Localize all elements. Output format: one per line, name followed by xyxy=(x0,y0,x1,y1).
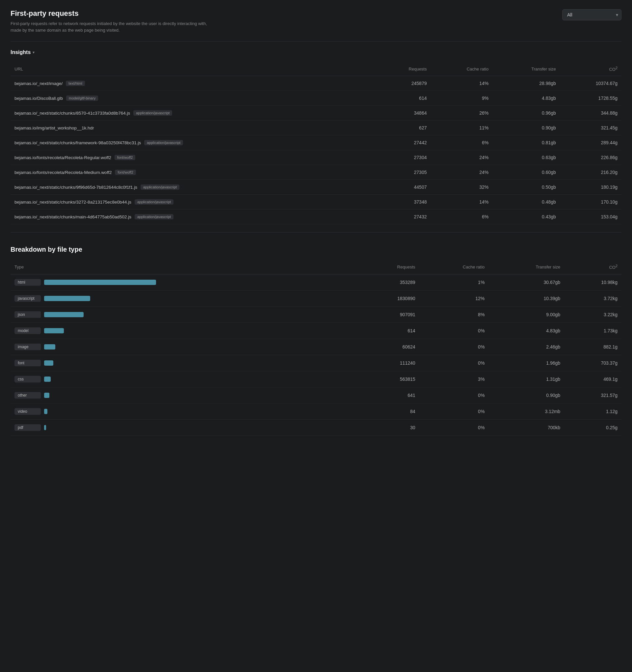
bar-container xyxy=(44,360,53,366)
content-type-badge: font/woff2 xyxy=(115,170,136,175)
cache-ratio-cell: 24% xyxy=(431,150,492,165)
divider-2 xyxy=(10,232,622,233)
cache-ratio-cell: 32% xyxy=(431,180,492,195)
bar-fill xyxy=(44,296,90,301)
breakdown-table-row: javascript 183089012%10.39gb3.72kg xyxy=(10,290,622,306)
breakdown-col-co2: CO2 xyxy=(564,261,622,274)
requests-cell: 245879 xyxy=(377,76,431,91)
transfer-size-cell: 0.43gb xyxy=(492,210,560,224)
breakdown-size-cell: 30.67gb xyxy=(488,274,564,290)
breakdown-requests-cell: 84 xyxy=(359,403,419,419)
table-row: bejamas.io/_next/static/chunks/9f96d65d-… xyxy=(10,180,622,195)
type-label: pdf xyxy=(15,424,41,431)
transfer-size-cell: 4.83gb xyxy=(492,91,560,106)
url-text: bejamas.io/_next/static/chunks/8570-41c3… xyxy=(15,111,130,116)
breakdown-cache-cell: 0% xyxy=(419,403,489,419)
breakdown-col-type: Type xyxy=(10,261,359,274)
bar-fill xyxy=(44,377,51,382)
breakdown-size-cell: 2.46gb xyxy=(488,339,564,355)
type-label: image xyxy=(15,343,41,350)
bar-fill xyxy=(44,409,47,414)
breakdown-col-requests: Requests xyxy=(359,261,419,274)
transfer-size-cell: 0.81gb xyxy=(492,136,560,150)
page-title: First-party requests xyxy=(10,9,208,18)
bar-fill xyxy=(44,425,46,430)
filter-select[interactable]: All HTML JavaScript JSON Model Image Fon… xyxy=(562,9,622,20)
url-text: bejamas.io/fonts/recoleta/Recoleta-Mediu… xyxy=(15,170,111,175)
breakdown-col-transfer-size: Transfer size xyxy=(488,261,564,274)
breakdown-cache-cell: 0% xyxy=(419,419,489,435)
breakdown-co2-cell: 469.1g xyxy=(564,371,622,387)
breakdown-size-cell: 10.39gb xyxy=(488,290,564,306)
breakdown-table-row: html 3532891%30.67gb10.98kg xyxy=(10,274,622,290)
breakdown-size-cell: 9.00gb xyxy=(488,306,564,322)
breakdown-requests-cell: 907091 xyxy=(359,306,419,322)
breakdown-requests-cell: 641 xyxy=(359,387,419,403)
col-url: URL xyxy=(10,63,377,76)
bar-fill xyxy=(44,328,64,333)
co2-cell: 226.86g xyxy=(560,150,622,165)
transfer-size-cell: 28.98gb xyxy=(492,76,560,91)
co2-cell: 1728.55g xyxy=(560,91,622,106)
chevron-down-icon: ▾ xyxy=(32,50,34,55)
content-type-badge: model/gltf-binary xyxy=(66,96,98,101)
content-type-badge: application/javascript xyxy=(135,199,174,205)
breakdown-co2-cell: 882.1g xyxy=(564,339,622,355)
url-text: bejamas.io/_next/image/ xyxy=(15,81,62,86)
insights-header[interactable]: Insights ▾ xyxy=(10,49,622,55)
cache-ratio-cell: 26% xyxy=(431,106,492,121)
transfer-size-cell: 0.60gb xyxy=(492,165,560,180)
table-row: bejamas.io/fonts/recoleta/Recoleta-Mediu… xyxy=(10,165,622,180)
bar-container xyxy=(44,393,49,398)
breakdown-cache-cell: 0% xyxy=(419,339,489,355)
breakdown-requests-cell: 563815 xyxy=(359,371,419,387)
breakdown-size-cell: 4.83gb xyxy=(488,322,564,339)
breakdown-cache-cell: 0% xyxy=(419,322,489,339)
table-row: bejamas.io/img/artist_workshop__1k.hdr 6… xyxy=(10,121,622,136)
bar-container xyxy=(44,377,51,382)
bar-container xyxy=(44,280,156,285)
transfer-size-cell: 0.48gb xyxy=(492,195,560,210)
breakdown-co2-cell: 10.98kg xyxy=(564,274,622,290)
breakdown-cache-cell: 0% xyxy=(419,355,489,371)
requests-cell: 37348 xyxy=(377,195,431,210)
bar-fill xyxy=(44,393,49,398)
type-label: other xyxy=(15,392,41,399)
header-left: First-party requests First-party request… xyxy=(10,9,208,33)
type-label: font xyxy=(15,360,41,366)
co2-cell: 153.04g xyxy=(560,210,622,224)
requests-cell: 627 xyxy=(377,121,431,136)
divider-1 xyxy=(10,41,622,42)
cache-ratio-cell: 24% xyxy=(431,165,492,180)
requests-cell: 614 xyxy=(377,91,431,106)
breakdown-table-row: json 9070918%9.00gb3.22kg xyxy=(10,306,622,322)
breakdown-co2-cell: 703.37g xyxy=(564,355,622,371)
table-row: bejamas.io/_next/static/chunks/3272-8a21… xyxy=(10,195,622,210)
page-description: First-party requests refer to network re… xyxy=(10,20,208,33)
breakdown-requests-cell: 111240 xyxy=(359,355,419,371)
requests-cell: 27442 xyxy=(377,136,431,150)
table-row: bejamas.io/_next/static/chunks/framework… xyxy=(10,136,622,150)
breakdown-size-cell: 700kb xyxy=(488,419,564,435)
co2-cell: 321.45g xyxy=(560,121,622,136)
url-text: bejamas.io/_next/static/chunks/3272-8a21… xyxy=(15,200,131,205)
breakdown-requests-cell: 353289 xyxy=(359,274,419,290)
breakdown-cache-cell: 12% xyxy=(419,290,489,306)
type-label: video xyxy=(15,408,41,415)
breakdown-cache-cell: 3% xyxy=(419,371,489,387)
content-type-badge: application/javascript xyxy=(144,140,183,145)
breakdown-size-cell: 3.12mb xyxy=(488,403,564,419)
breakdown-co2-cell: 321.57g xyxy=(564,387,622,403)
cache-ratio-cell: 6% xyxy=(431,210,492,224)
requests-cell: 27432 xyxy=(377,210,431,224)
content-type-badge: application/javascript xyxy=(141,185,179,190)
co2-cell: 180.19g xyxy=(560,180,622,195)
breakdown-requests-cell: 60624 xyxy=(359,339,419,355)
type-label: model xyxy=(15,328,41,334)
url-text: bejamas.io/_next/static/chunks/framework… xyxy=(15,140,141,145)
breakdown-table-row: image 606240%2.46gb882.1g xyxy=(10,339,622,355)
co2-cell: 216.20g xyxy=(560,165,622,180)
table-row: bejamas.io/_next/image/ text/html 245879… xyxy=(10,76,622,91)
bar-container xyxy=(44,312,84,317)
breakdown-section: Breakdown by file type Type Requests Cac… xyxy=(10,246,622,435)
